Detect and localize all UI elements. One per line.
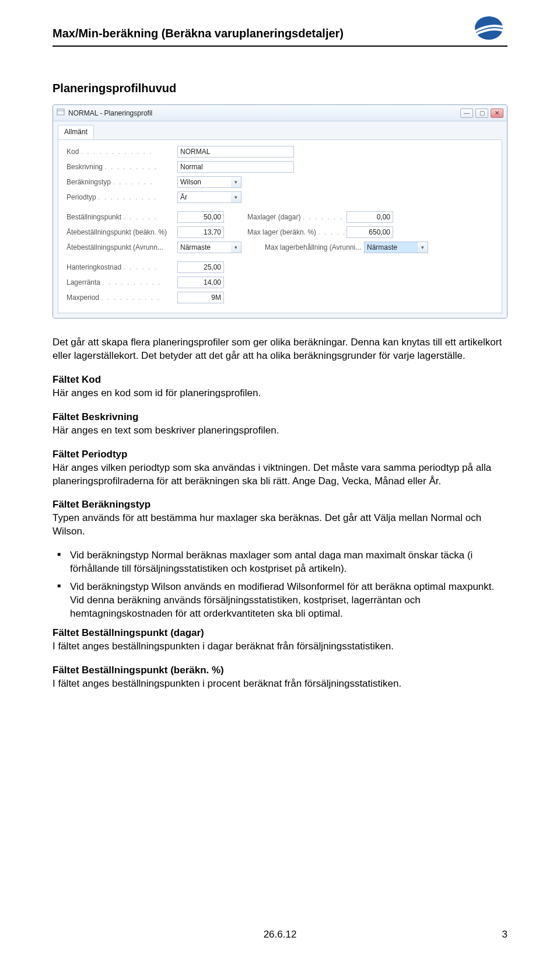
footer-date: 26.6.12 — [0, 929, 560, 940]
label-maxlager-avrun: Max lagerbehållning (Avrunni... — [265, 243, 364, 251]
text-faltet-beskrivning: Här anges en text som beskriver planerin… — [52, 425, 279, 436]
label-atbestallning-pct: Åtebeställningspunkt (beäkn. %) — [66, 228, 177, 236]
form-area: Kod . . . . . . . . . . . . Beskrivning … — [58, 139, 502, 313]
close-button[interactable]: ✕ — [491, 109, 503, 118]
heading-faltet-beskrivning: Fältet Beskrivning — [52, 411, 138, 422]
text-faltet-berakningstyp: Typen används för att bestämma hur maxla… — [52, 512, 481, 537]
heading-bestallningspunkt-pct: Fältet Beställningspunkt (beräkn. %) — [52, 665, 224, 676]
chevron-down-icon[interactable]: ▾ — [231, 176, 242, 188]
document-title: Max/Min-beräkning (Beräkna varuplanering… — [52, 14, 344, 40]
input-atbestallning-pct[interactable] — [177, 226, 224, 238]
text-faltet-periodtyp: Här anges vilken periodtyp som ska använ… — [52, 462, 491, 487]
window-title: NORMAL - Planeringsprofil — [68, 109, 152, 117]
input-hanteringkostnad[interactable] — [177, 261, 224, 273]
label-hanteringkostnad: Hanteringkostnad . . . . . . — [66, 263, 177, 271]
berakningstyp-list: Vid beräkningstyp Normal beräknas maxlag… — [52, 549, 508, 621]
maximize-button[interactable]: ▢ — [475, 109, 488, 118]
label-berakningstyp: Beräkningstyp . . . . . . . — [66, 178, 177, 186]
window-titlebar: NORMAL - Planeringsprofil — ▢ ✕ — [53, 105, 507, 121]
header-rule — [52, 46, 508, 47]
label-maxlager-dagar: Maxlager (dagar) . . . . . . . — [247, 213, 346, 221]
minimize-button[interactable]: — — [460, 109, 473, 118]
chevron-down-icon[interactable]: ▾ — [231, 242, 242, 253]
chevron-down-icon[interactable]: ▾ — [231, 191, 242, 203]
chevron-down-icon[interactable]: ▾ — [418, 242, 428, 253]
label-beskrivning: Beskrivning . . . . . . . . . — [66, 163, 177, 171]
planning-profile-window: NORMAL - Planeringsprofil — ▢ ✕ Allmänt … — [52, 104, 508, 319]
heading-faltet-periodtyp: Fältet Periodtyp — [52, 449, 127, 460]
label-maxperiod: Maxperiod . . . . . . . . . . — [66, 293, 177, 302]
input-maxperiod[interactable] — [177, 292, 224, 303]
heading-faltet-kod: Fältet Kod — [52, 374, 101, 385]
input-kod[interactable] — [177, 146, 294, 158]
text-bestallningspunkt-dagar: I fältet anges beställningspunkten i dag… — [52, 641, 394, 652]
window-icon — [57, 108, 65, 118]
text-faltet-kod: Här anges en kod som id för planeringspr… — [52, 387, 261, 398]
label-atbestallning-avrun: Åtebeställningspunkt (Avrunn... — [66, 243, 177, 251]
input-lagerranta[interactable] — [177, 277, 224, 288]
label-maxlager-berakn: Max lager (beräkn. %) . . . . . — [247, 228, 346, 236]
list-item: Vid beräkningstyp Wilson används en modi… — [55, 581, 508, 621]
label-lagerranta: Lagerränta . . . . . . . . . . — [66, 278, 177, 286]
input-bestallningspunkt[interactable] — [177, 211, 224, 223]
text-bestallningspunkt-pct: I fältet anges beställningspunkten i pro… — [52, 678, 401, 689]
svg-point-0 — [475, 16, 503, 40]
label-periodtyp: Periodtyp . . . . . . . . . . — [66, 193, 177, 201]
input-maxlager-dagar[interactable] — [346, 211, 393, 223]
list-item: Vid beräkningstyp Normal beräknas maxlag… — [55, 549, 508, 576]
input-maxlager-berakn[interactable] — [346, 226, 393, 238]
intro-paragraph: Det går att skapa flera planeringsprofil… — [52, 336, 508, 363]
svg-rect-1 — [57, 109, 64, 115]
heading-bestallningspunkt-dagar: Fältet Beställningspunkt (dagar) — [52, 627, 204, 638]
tab-allmant[interactable]: Allmänt — [58, 125, 94, 139]
label-bestallningspunkt: Beställningspunkt . . . . . . — [66, 213, 177, 221]
label-kod: Kod . . . . . . . . . . . . — [66, 148, 177, 156]
section-heading: Planeringsprofilhuvud — [52, 82, 508, 95]
input-beskrivning[interactable] — [177, 161, 294, 173]
logo — [470, 14, 508, 42]
heading-faltet-berakningstyp: Fältet Beräkningstyp — [52, 499, 150, 510]
page-number: 3 — [502, 929, 508, 940]
